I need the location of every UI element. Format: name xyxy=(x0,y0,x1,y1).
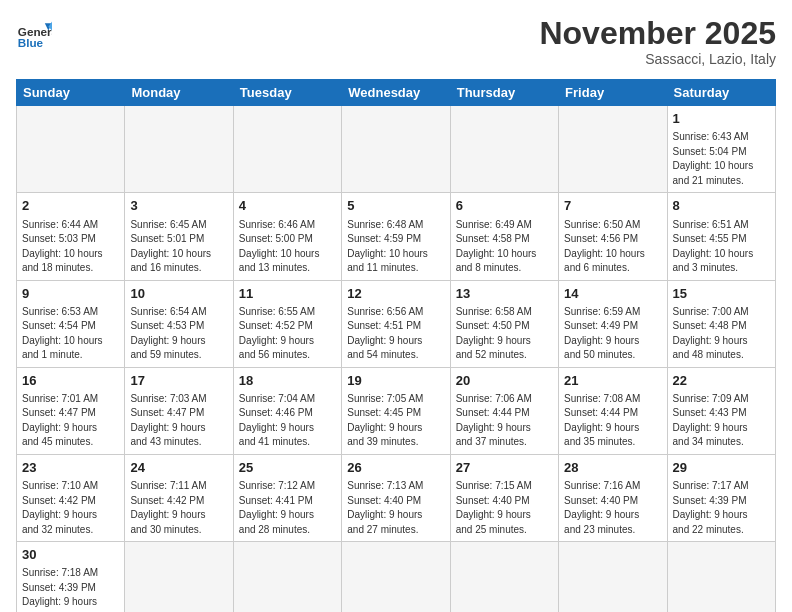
calendar-day: 23Sunrise: 7:10 AM Sunset: 4:42 PM Dayli… xyxy=(17,454,125,541)
calendar-day: 24Sunrise: 7:11 AM Sunset: 4:42 PM Dayli… xyxy=(125,454,233,541)
day-number: 10 xyxy=(130,285,227,303)
day-number: 8 xyxy=(673,197,770,215)
day-number: 2 xyxy=(22,197,119,215)
day-number: 29 xyxy=(673,459,770,477)
day-number: 28 xyxy=(564,459,661,477)
day-number: 3 xyxy=(130,197,227,215)
calendar-day: 5Sunrise: 6:48 AM Sunset: 4:59 PM Daylig… xyxy=(342,193,450,280)
weekday-header-tuesday: Tuesday xyxy=(233,80,341,106)
day-number: 25 xyxy=(239,459,336,477)
calendar-day: 28Sunrise: 7:16 AM Sunset: 4:40 PM Dayli… xyxy=(559,454,667,541)
day-info: Sunrise: 6:56 AM Sunset: 4:51 PM Dayligh… xyxy=(347,305,444,363)
day-number: 27 xyxy=(456,459,553,477)
calendar-day xyxy=(233,106,341,193)
day-info: Sunrise: 7:10 AM Sunset: 4:42 PM Dayligh… xyxy=(22,479,119,537)
day-number: 7 xyxy=(564,197,661,215)
calendar-week-5: 23Sunrise: 7:10 AM Sunset: 4:42 PM Dayli… xyxy=(17,454,776,541)
calendar-day xyxy=(125,542,233,612)
day-info: Sunrise: 7:13 AM Sunset: 4:40 PM Dayligh… xyxy=(347,479,444,537)
calendar-day xyxy=(559,106,667,193)
day-info: Sunrise: 7:06 AM Sunset: 4:44 PM Dayligh… xyxy=(456,392,553,450)
day-number: 11 xyxy=(239,285,336,303)
day-info: Sunrise: 7:08 AM Sunset: 4:44 PM Dayligh… xyxy=(564,392,661,450)
day-number: 15 xyxy=(673,285,770,303)
day-info: Sunrise: 6:49 AM Sunset: 4:58 PM Dayligh… xyxy=(456,218,553,276)
calendar-day xyxy=(17,106,125,193)
weekday-header-wednesday: Wednesday xyxy=(342,80,450,106)
day-info: Sunrise: 7:05 AM Sunset: 4:45 PM Dayligh… xyxy=(347,392,444,450)
day-number: 20 xyxy=(456,372,553,390)
calendar-day: 22Sunrise: 7:09 AM Sunset: 4:43 PM Dayli… xyxy=(667,367,775,454)
day-info: Sunrise: 7:04 AM Sunset: 4:46 PM Dayligh… xyxy=(239,392,336,450)
calendar-week-6: 30Sunrise: 7:18 AM Sunset: 4:39 PM Dayli… xyxy=(17,542,776,612)
calendar-day: 14Sunrise: 6:59 AM Sunset: 4:49 PM Dayli… xyxy=(559,280,667,367)
weekday-header-row: SundayMondayTuesdayWednesdayThursdayFrid… xyxy=(17,80,776,106)
day-number: 19 xyxy=(347,372,444,390)
calendar-day: 1Sunrise: 6:43 AM Sunset: 5:04 PM Daylig… xyxy=(667,106,775,193)
calendar-day: 30Sunrise: 7:18 AM Sunset: 4:39 PM Dayli… xyxy=(17,542,125,612)
calendar-day: 7Sunrise: 6:50 AM Sunset: 4:56 PM Daylig… xyxy=(559,193,667,280)
day-info: Sunrise: 7:16 AM Sunset: 4:40 PM Dayligh… xyxy=(564,479,661,537)
calendar-day: 21Sunrise: 7:08 AM Sunset: 4:44 PM Dayli… xyxy=(559,367,667,454)
day-number: 17 xyxy=(130,372,227,390)
day-number: 4 xyxy=(239,197,336,215)
day-info: Sunrise: 7:01 AM Sunset: 4:47 PM Dayligh… xyxy=(22,392,119,450)
weekday-header-saturday: Saturday xyxy=(667,80,775,106)
calendar-day xyxy=(450,542,558,612)
day-info: Sunrise: 6:45 AM Sunset: 5:01 PM Dayligh… xyxy=(130,218,227,276)
calendar-day xyxy=(342,542,450,612)
month-title: November 2025 xyxy=(539,16,776,51)
day-info: Sunrise: 7:00 AM Sunset: 4:48 PM Dayligh… xyxy=(673,305,770,363)
day-number: 21 xyxy=(564,372,661,390)
calendar-day: 27Sunrise: 7:15 AM Sunset: 4:40 PM Dayli… xyxy=(450,454,558,541)
day-number: 5 xyxy=(347,197,444,215)
calendar-week-1: 1Sunrise: 6:43 AM Sunset: 5:04 PM Daylig… xyxy=(17,106,776,193)
logo-icon: General Blue xyxy=(16,16,52,52)
day-info: Sunrise: 7:12 AM Sunset: 4:41 PM Dayligh… xyxy=(239,479,336,537)
calendar-day: 15Sunrise: 7:00 AM Sunset: 4:48 PM Dayli… xyxy=(667,280,775,367)
day-info: Sunrise: 6:44 AM Sunset: 5:03 PM Dayligh… xyxy=(22,218,119,276)
calendar-day: 25Sunrise: 7:12 AM Sunset: 4:41 PM Dayli… xyxy=(233,454,341,541)
calendar-day: 26Sunrise: 7:13 AM Sunset: 4:40 PM Dayli… xyxy=(342,454,450,541)
calendar-table: SundayMondayTuesdayWednesdayThursdayFrid… xyxy=(16,79,776,612)
calendar-week-3: 9Sunrise: 6:53 AM Sunset: 4:54 PM Daylig… xyxy=(17,280,776,367)
calendar-day: 11Sunrise: 6:55 AM Sunset: 4:52 PM Dayli… xyxy=(233,280,341,367)
calendar-day xyxy=(559,542,667,612)
calendar-day: 10Sunrise: 6:54 AM Sunset: 4:53 PM Dayli… xyxy=(125,280,233,367)
calendar-day xyxy=(450,106,558,193)
calendar-day: 8Sunrise: 6:51 AM Sunset: 4:55 PM Daylig… xyxy=(667,193,775,280)
day-info: Sunrise: 7:17 AM Sunset: 4:39 PM Dayligh… xyxy=(673,479,770,537)
calendar-day: 12Sunrise: 6:56 AM Sunset: 4:51 PM Dayli… xyxy=(342,280,450,367)
day-number: 24 xyxy=(130,459,227,477)
calendar-day: 20Sunrise: 7:06 AM Sunset: 4:44 PM Dayli… xyxy=(450,367,558,454)
day-info: Sunrise: 6:55 AM Sunset: 4:52 PM Dayligh… xyxy=(239,305,336,363)
calendar-day: 4Sunrise: 6:46 AM Sunset: 5:00 PM Daylig… xyxy=(233,193,341,280)
calendar-day: 2Sunrise: 6:44 AM Sunset: 5:03 PM Daylig… xyxy=(17,193,125,280)
day-info: Sunrise: 6:54 AM Sunset: 4:53 PM Dayligh… xyxy=(130,305,227,363)
calendar-day xyxy=(342,106,450,193)
day-number: 22 xyxy=(673,372,770,390)
day-number: 23 xyxy=(22,459,119,477)
day-number: 18 xyxy=(239,372,336,390)
day-info: Sunrise: 6:46 AM Sunset: 5:00 PM Dayligh… xyxy=(239,218,336,276)
location-subtitle: Sassacci, Lazio, Italy xyxy=(539,51,776,67)
day-info: Sunrise: 6:53 AM Sunset: 4:54 PM Dayligh… xyxy=(22,305,119,363)
calendar-day xyxy=(125,106,233,193)
calendar-day: 3Sunrise: 6:45 AM Sunset: 5:01 PM Daylig… xyxy=(125,193,233,280)
day-number: 26 xyxy=(347,459,444,477)
page-header: General Blue November 2025 Sassacci, Laz… xyxy=(16,16,776,67)
calendar-day xyxy=(667,542,775,612)
calendar-day xyxy=(233,542,341,612)
weekday-header-friday: Friday xyxy=(559,80,667,106)
day-info: Sunrise: 7:15 AM Sunset: 4:40 PM Dayligh… xyxy=(456,479,553,537)
title-block: November 2025 Sassacci, Lazio, Italy xyxy=(539,16,776,67)
calendar-day: 17Sunrise: 7:03 AM Sunset: 4:47 PM Dayli… xyxy=(125,367,233,454)
calendar-day: 18Sunrise: 7:04 AM Sunset: 4:46 PM Dayli… xyxy=(233,367,341,454)
calendar-week-4: 16Sunrise: 7:01 AM Sunset: 4:47 PM Dayli… xyxy=(17,367,776,454)
day-info: Sunrise: 7:18 AM Sunset: 4:39 PM Dayligh… xyxy=(22,566,119,612)
day-number: 16 xyxy=(22,372,119,390)
day-number: 12 xyxy=(347,285,444,303)
calendar-day: 16Sunrise: 7:01 AM Sunset: 4:47 PM Dayli… xyxy=(17,367,125,454)
day-info: Sunrise: 6:59 AM Sunset: 4:49 PM Dayligh… xyxy=(564,305,661,363)
day-number: 9 xyxy=(22,285,119,303)
